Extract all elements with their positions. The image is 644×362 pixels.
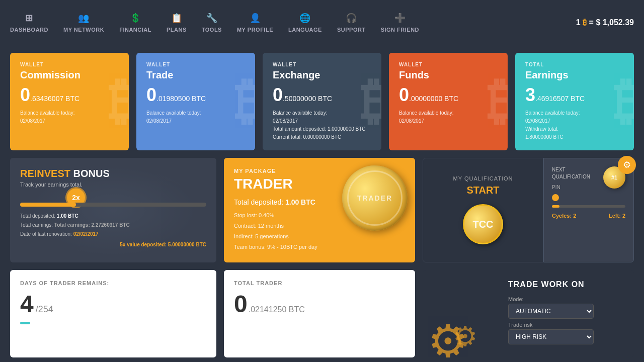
wallet-info-trade: Balance available today:02/08/2017 [146, 109, 245, 125]
wallet-info-funds: Balance available today:02/08/2017 [399, 109, 498, 125]
nav-item-support[interactable]: 🎧 SUPPORT [337, 13, 366, 33]
wallet-amount-exchange: 0 .50000000 BTC [273, 86, 371, 104]
reinvest-card: REINVEST BONUS Track your earnings total… [10, 158, 216, 262]
nav-item-language[interactable]: 🌐 LANGUAGE [288, 13, 322, 33]
days-amount: 4 /254 [20, 290, 206, 318]
nav-item-dashboard[interactable]: ⊞ DASHBOARD [10, 13, 48, 33]
nav-item-sign-friend[interactable]: ➕ SIGN FRIEND [381, 13, 419, 33]
wallet-amount-trade: 0 .01980500 BTC [146, 86, 245, 104]
wallet-earnings: ₿ TOTAL Earnings 3 .46916507 BTC Balance… [515, 53, 634, 150]
wallet-big-trade: 0 [146, 86, 156, 104]
nav-label-sign-friend: SIGN FRIEND [381, 27, 419, 33]
qual-label: MY QUALIFICATION [453, 175, 513, 182]
qualification-row: MY QUALIFICATION START TCC ⚙ NEXTQUALIFI… [423, 158, 634, 262]
wallet-small-exchange: .50000000 BTC [283, 95, 332, 103]
nav-item-financial[interactable]: 💲 FINANCIAL [119, 13, 151, 33]
network-icon: 👥 [78, 13, 90, 24]
pin-progress-fill [552, 205, 559, 208]
btc-symbol: ₿ [583, 18, 587, 27]
nav-label-tools: TOOLS [202, 27, 222, 33]
package-detail-3: Team bonus: 9% - 10BTC per day [234, 242, 405, 252]
wallet-big-funds: 0 [399, 86, 409, 104]
nav-item-my-network[interactable]: 👥 MY NETWORK [63, 13, 104, 33]
wallet-big-commission: 0 [20, 86, 30, 104]
nav-label-financial: FINANCIAL [119, 27, 151, 33]
total-trader-amount: 0 .02141250 BTC [234, 290, 405, 318]
risk-label: Trade risk [508, 322, 624, 328]
wallet-label-exchange: WALLET [273, 62, 371, 67]
wallet-label-earnings: TOTAL [525, 62, 624, 67]
days-trader-card: DAYS OF TRADER REMAINS: 4 /254 [10, 270, 216, 357]
dashboard-icon: ⊞ [25, 13, 33, 24]
wallet-label-commission: WALLET [20, 62, 119, 67]
reinvest-5x: 5x value deposited: 5.00000000 BTC [120, 242, 206, 247]
plans-icon: 📋 [171, 13, 183, 24]
wallet-exchange: ₿ WALLET Exchange 0 .50000000 BTC Balanc… [263, 53, 381, 150]
nav-label-language: LANGUAGE [288, 27, 322, 33]
bottom-row: DAYS OF TRADER REMAINS: 4 /254 TOTAL TRA… [10, 270, 634, 357]
wallet-title-exchange: Exchange [273, 69, 371, 81]
qual-status: START [466, 185, 499, 196]
wallet-amount-earnings: 3 .46916507 BTC [525, 86, 624, 104]
nav-label-dashboard: DASHBOARD [10, 27, 48, 33]
btc-price: 1 ₿ = $ 1,052.39 [576, 18, 634, 27]
nav-items: ⊞ DASHBOARD 👥 MY NETWORK 💲 FINANCIAL 📋 P… [10, 13, 576, 33]
reinvest-total-earnings: Total earnings: Total earnings: 2.272603… [20, 221, 206, 230]
coin-inner: TRADER [347, 170, 403, 226]
nav-label-plans: PLANS [167, 27, 187, 33]
cycles-info: Cycles: 2 Left: 2 [552, 213, 625, 219]
next-qualification-card: ⚙ NEXTQUALIFICATION PIN #1 Cycles: 2 Lef… [543, 158, 634, 262]
nav-label-my-profile: MY PROFILE [237, 27, 273, 33]
financial-icon: 💲 [130, 13, 141, 24]
gear-settings-button[interactable]: ⚙ [618, 156, 636, 174]
coin-decoration: TRADER [342, 165, 408, 231]
reinvest-stats: Total deposited: 1.00 BTC Total earnings… [20, 212, 206, 239]
total-trader-label: TOTAL TRADER [234, 280, 405, 286]
mode-field: Mode: AUTOMATIC MANUAL [508, 296, 624, 319]
pin-indicator [552, 194, 559, 201]
days-big: 4 [20, 290, 34, 318]
trade-work-title: TRADE WORK ON [508, 280, 624, 289]
risk-select[interactable]: HIGH RISK MEDIUM RISK LOW RISK [508, 329, 594, 344]
wallet-info-earnings: Balance available today:02/08/2017Withdr… [525, 109, 624, 141]
wallet-funds: ₿ WALLET Funds 0 .00000000 BTC Balance a… [389, 53, 508, 150]
left-label: Left: 2 [609, 213, 625, 219]
total-trader-small: .02141250 BTC [249, 305, 305, 314]
mode-select[interactable]: AUTOMATIC MANUAL [508, 304, 594, 319]
pin-progress-bar [552, 205, 625, 208]
package-card: MY PACKAGE TRADER Total deposited: 1.00 … [224, 158, 415, 262]
profile-icon: 👤 [250, 13, 261, 24]
qualification-card: MY QUALIFICATION START TCC [423, 158, 543, 262]
wallet-amount-funds: 0 .00000000 BTC [399, 86, 498, 104]
reinvest-subtitle: Track your earnings total. [20, 182, 206, 188]
wallet-commission: ₿ WALLET Commission 0 .63436007 BTC Bala… [10, 53, 129, 150]
days-label: DAYS OF TRADER REMAINS: [20, 280, 206, 286]
wallet-info-commission: Balance available today:02/08/2017 [20, 109, 119, 125]
reinvest-rest: BONUS [73, 168, 110, 179]
mode-label: Mode: [508, 296, 624, 302]
gear-decoration-small: ⚙ [453, 320, 477, 352]
wallet-small-trade: .01980500 BTC [156, 95, 206, 103]
wallet-small-earnings: .46916507 BTC [535, 95, 585, 103]
reinvest-total-deposited: Total deposited: 1.00 BTC [20, 212, 206, 221]
reinvest-highlight: REINVEST [20, 168, 70, 179]
gear-decoration-large: ⚙ [428, 315, 468, 357]
reinvest-bar-fill [20, 203, 76, 207]
nav-item-tools[interactable]: 🔧 TOOLS [202, 13, 222, 33]
wallet-label-trade: WALLET [146, 62, 245, 67]
wallet-title-funds: Funds [399, 69, 498, 81]
package-detail-2: Indirect: 5 generations [234, 231, 405, 242]
wallet-info-exchange: Balance available today:02/08/2017Total … [273, 109, 371, 141]
reinvest-bar-bg [20, 203, 206, 207]
nav-item-plans[interactable]: 📋 PLANS [167, 13, 187, 33]
left-value: 2 [622, 213, 625, 219]
sign-friend-icon: ➕ [394, 13, 406, 24]
cycles-label: Cycles: 2 [552, 213, 576, 219]
support-icon: 🎧 [346, 13, 357, 24]
nav-label-support: SUPPORT [337, 27, 366, 33]
wallet-row: ₿ WALLET Commission 0 .63436007 BTC Bala… [10, 53, 634, 150]
wallet-big-exchange: 0 [273, 86, 283, 104]
wallet-big-earnings: 3 [525, 86, 535, 104]
nav-item-my-profile[interactable]: 👤 MY PROFILE [237, 13, 273, 33]
navbar: ⊞ DASHBOARD 👥 MY NETWORK 💲 FINANCIAL 📋 P… [0, 0, 644, 45]
